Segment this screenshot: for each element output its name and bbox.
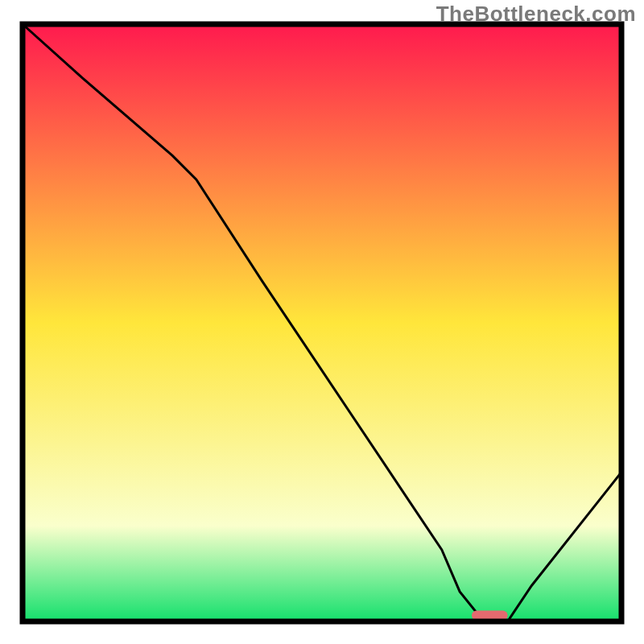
plot-background	[23, 24, 621, 621]
chart-root: { "watermark": "TheBottleneck.com", "cha…	[0, 0, 644, 644]
chart-canvas	[0, 0, 644, 644]
